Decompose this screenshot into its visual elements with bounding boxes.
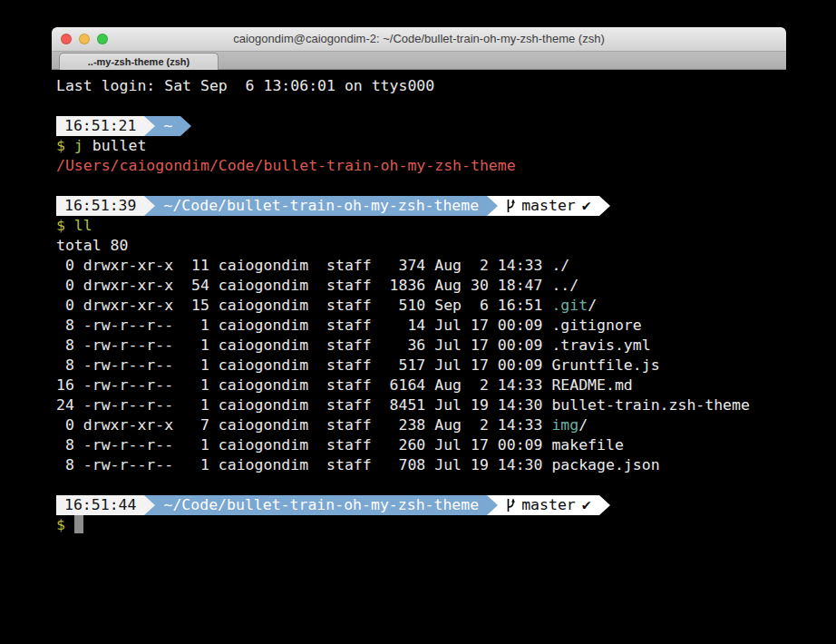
prompt-time-segment: 16:51:44 — [56, 495, 144, 515]
command-line-current[interactable]: $ — [56, 515, 786, 535]
powerline-separator-icon — [487, 495, 498, 515]
traffic-lights — [61, 34, 108, 44]
file-name: README.md — [551, 376, 632, 394]
prompt-time-segment: 16:51:21 — [56, 116, 144, 136]
file-row: 0 drwxr-xr-x 7 caiogondim staff 238 Aug … — [56, 415, 786, 435]
prompt-symbol: $ — [56, 217, 65, 234]
file-row: 0 drwxr-xr-x 11 caiogondim staff 374 Aug… — [56, 256, 786, 276]
titlebar[interactable]: caiogondim@caiogondim-2: ~/Code/bullet-t… — [52, 27, 786, 52]
file-name: ../ — [551, 277, 578, 294]
window-title: caiogondim@caiogondim-2: ~/Code/bullet-t… — [52, 27, 786, 51]
zoom-icon[interactable] — [97, 34, 108, 44]
terminal-content[interactable]: Last login: Sat Sep 6 13:06:01 on ttys00… — [52, 70, 786, 535]
cursor-block — [74, 515, 83, 533]
file-row: 8 -rw-r--r-- 1 caiogondim staff 14 Jul 1… — [56, 316, 786, 336]
command-text: j — [65, 137, 83, 154]
close-icon[interactable] — [61, 34, 72, 44]
file-row: 8 -rw-r--r-- 1 caiogondim staff 517 Jul … — [56, 356, 786, 376]
powerline-separator-icon — [144, 116, 155, 136]
git-branch-label: master — [521, 196, 576, 216]
file-name: .gitignore — [551, 317, 641, 334]
prompt-git-segment: master ✔ — [498, 196, 599, 216]
file-row: 16 -rw-r--r-- 1 caiogondim staff 6164 Au… — [56, 376, 786, 395]
prompt-path-segment: ~/Code/bullet-train-oh-my-zsh-theme — [155, 495, 487, 515]
tab-bar: ..-my-zsh-theme (zsh) — [52, 52, 786, 70]
file-row: 24 -rw-r--r-- 1 caiogondim staff 8451 Ju… — [56, 395, 786, 415]
file-row: 0 drwxr-xr-x 54 caiogondim staff 1836 Au… — [56, 276, 786, 296]
powerline-separator-icon — [599, 196, 610, 216]
blank-line — [56, 176, 786, 196]
file-row: 0 drwxr-xr-x 15 caiogondim staff 510 Sep… — [56, 296, 786, 316]
git-clean-check-icon: ✔ — [582, 495, 591, 515]
file-name: ./ — [551, 257, 569, 274]
prompt-path-segment: ~ — [155, 116, 180, 136]
file-name: bullet-train.zsh-theme — [551, 396, 750, 414]
powerline-separator-icon — [144, 196, 155, 216]
file-name: img — [551, 416, 578, 434]
file-name: .travis.yml — [551, 337, 650, 354]
prompt-line-1: 16:51:21 ~ — [56, 116, 786, 136]
prompt-line-3: 16:51:44 ~/Code/bullet-train-oh-my-zsh-t… — [56, 495, 786, 515]
command-line-2: $ ll — [56, 216, 786, 236]
blank-line — [56, 475, 786, 495]
command-line-1: $ j bullet — [56, 136, 786, 156]
powerline-separator-icon — [144, 495, 155, 515]
total-line: total 80 — [56, 236, 786, 256]
prompt-path-segment: ~/Code/bullet-train-oh-my-zsh-theme — [155, 196, 487, 216]
prompt-symbol: $ — [56, 137, 65, 154]
prompt-symbol: $ — [56, 516, 65, 533]
powerline-separator-icon — [180, 116, 191, 136]
prompt-time-segment: 16:51:39 — [56, 196, 144, 216]
powerline-separator-icon — [487, 196, 498, 216]
file-row: 8 -rw-r--r-- 1 caiogondim staff 36 Jul 1… — [56, 336, 786, 356]
file-name: .git — [551, 297, 588, 314]
command-args: bullet — [83, 137, 147, 154]
file-name: package.json — [551, 456, 659, 473]
minimize-icon[interactable] — [79, 34, 90, 44]
file-name: Gruntfile.js — [551, 356, 659, 374]
command-output-path: /Users/caiogondim/Code/bullet-train-oh-m… — [56, 156, 786, 176]
blank-line — [56, 96, 786, 116]
git-branch-label: master — [521, 495, 576, 515]
file-row: 8 -rw-r--r-- 1 caiogondim staff 260 Jul … — [56, 435, 786, 455]
git-branch-icon — [506, 199, 515, 213]
terminal-window: caiogondim@caiogondim-2: ~/Code/bullet-t… — [52, 27, 786, 637]
command-text: ll — [65, 217, 92, 234]
tab-zsh[interactable]: ..-my-zsh-theme (zsh) — [59, 53, 219, 70]
git-branch-icon — [506, 498, 515, 512]
powerline-separator-icon — [599, 495, 610, 515]
file-row: 8 -rw-r--r-- 1 caiogondim staff 708 Jul … — [56, 455, 786, 475]
git-clean-check-icon: ✔ — [582, 196, 591, 216]
prompt-line-2: 16:51:39 ~/Code/bullet-train-oh-my-zsh-t… — [56, 196, 786, 216]
last-login-line: Last login: Sat Sep 6 13:06:01 on ttys00… — [56, 76, 786, 96]
file-name: makefile — [551, 436, 623, 454]
prompt-git-segment: master ✔ — [498, 495, 599, 515]
